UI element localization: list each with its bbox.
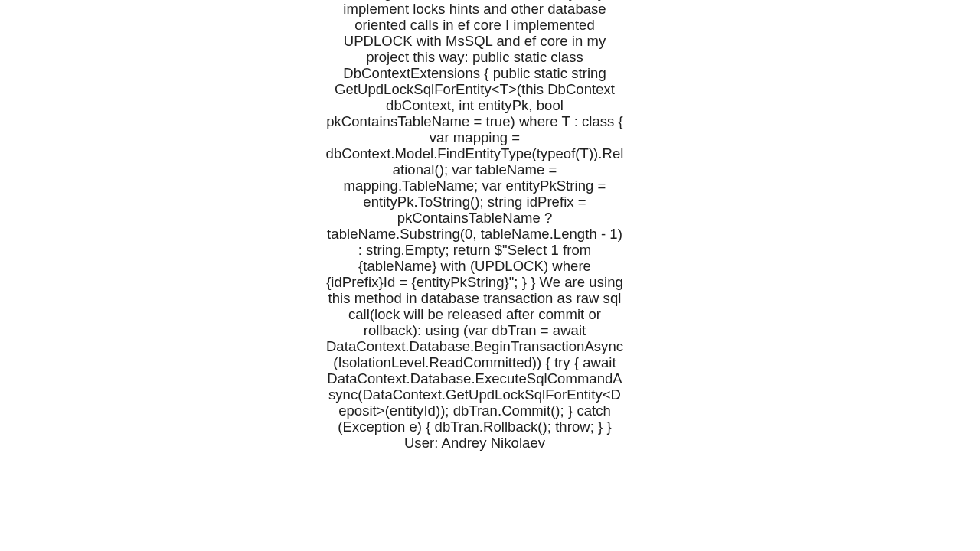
answer-body-text: According to this issue there is no easy… — [325, 0, 624, 451]
